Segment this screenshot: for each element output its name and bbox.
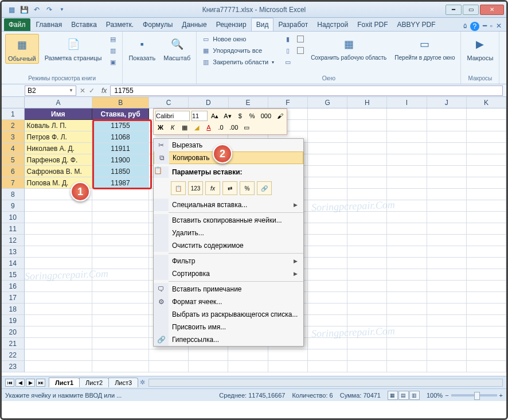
- redo-icon[interactable]: ↷: [44, 5, 54, 15]
- row-header-10[interactable]: 10: [2, 212, 25, 223]
- cell-I20[interactable]: [387, 326, 427, 338]
- cell-J12[interactable]: [427, 235, 467, 246]
- cell-A21[interactable]: [25, 338, 93, 349]
- cell-J11[interactable]: [427, 223, 467, 235]
- column-header-B[interactable]: B: [92, 97, 149, 108]
- cell-J21[interactable]: [427, 338, 467, 349]
- cell-H12[interactable]: [347, 235, 387, 246]
- cell-J6[interactable]: [427, 166, 467, 177]
- cell-J3[interactable]: [427, 131, 467, 143]
- tab-layout[interactable]: Разметк.: [101, 18, 138, 31]
- cell-B19[interactable]: [92, 315, 149, 326]
- cell-I18[interactable]: [387, 304, 427, 315]
- cell-J8[interactable]: [427, 189, 467, 200]
- sheet-tab-1[interactable]: Лист1: [49, 378, 80, 387]
- switch-windows-button[interactable]: ▭Перейти в другое окно: [392, 34, 457, 62]
- paste-all-icon[interactable]: 📋: [171, 181, 186, 195]
- row-header-14[interactable]: 14: [2, 258, 25, 269]
- cell-H15[interactable]: [347, 269, 387, 281]
- cell-K11[interactable]: [467, 223, 506, 235]
- cell-H9[interactable]: [347, 200, 387, 212]
- italic-icon[interactable]: К: [167, 122, 178, 133]
- tab-developer[interactable]: Разработ: [273, 18, 312, 31]
- cell-H16[interactable]: [347, 281, 387, 292]
- page-break-view-icon[interactable]: ▥: [409, 391, 420, 400]
- cell-I23[interactable]: [387, 361, 427, 372]
- cell-B9[interactable]: [92, 200, 149, 212]
- row-header-23[interactable]: 23: [2, 361, 25, 372]
- cell-A11[interactable]: [25, 223, 93, 235]
- cell-K18[interactable]: [467, 304, 506, 315]
- row-header-20[interactable]: 20: [2, 326, 25, 338]
- row-header-22[interactable]: 22: [2, 349, 25, 361]
- cell-B22[interactable]: [92, 349, 149, 361]
- cell-A4[interactable]: Николаев А. Д.: [25, 143, 93, 154]
- window-min-icon[interactable]: ━: [483, 22, 487, 31]
- cell-J9[interactable]: [427, 200, 467, 212]
- row-header-8[interactable]: 8: [2, 189, 25, 200]
- cell-H22[interactable]: [347, 349, 387, 361]
- zoom-slider[interactable]: [451, 394, 497, 396]
- freeze-panes-button[interactable]: ▥Закрепить области▾: [200, 57, 275, 67]
- row-header-17[interactable]: 17: [2, 292, 25, 304]
- cell-B8[interactable]: [92, 189, 149, 200]
- menu-filter[interactable]: Фильтр▶: [154, 255, 303, 267]
- cell-G19[interactable]: [308, 315, 347, 326]
- window-restore-icon[interactable]: ▫: [490, 22, 493, 31]
- cell-A6[interactable]: Сафронова В. М.: [25, 166, 93, 177]
- cell-B7[interactable]: 11987: [92, 177, 149, 189]
- cell-K13[interactable]: [467, 246, 506, 258]
- cell-I15[interactable]: [387, 269, 427, 281]
- tab-foxit[interactable]: Foxit PDF: [353, 18, 392, 31]
- decrease-decimal-icon[interactable]: .0: [216, 122, 226, 133]
- paste-formatting-icon[interactable]: %: [240, 181, 255, 195]
- cell-B2[interactable]: 11755: [92, 120, 149, 131]
- cell-C23[interactable]: [149, 361, 189, 372]
- cell-I1[interactable]: [387, 108, 427, 120]
- cell-I8[interactable]: [387, 189, 427, 200]
- menu-delete[interactable]: Удалить...: [154, 227, 303, 239]
- cell-I3[interactable]: [387, 131, 427, 143]
- cell-J17[interactable]: [427, 292, 467, 304]
- font-select[interactable]: [155, 111, 190, 121]
- minimize-ribbon-icon[interactable]: ۵: [463, 22, 467, 31]
- cell-C22[interactable]: [149, 349, 189, 361]
- tab-insert[interactable]: Вставка: [67, 18, 101, 31]
- cell-H5[interactable]: [347, 154, 387, 166]
- sheet-tab-2[interactable]: Лист2: [79, 378, 109, 387]
- cell-B16[interactable]: [92, 281, 149, 292]
- cell-G5[interactable]: [308, 154, 347, 166]
- bold-icon[interactable]: Ж: [155, 122, 166, 133]
- cell-G1[interactable]: [308, 108, 347, 120]
- row-header-18[interactable]: 18: [2, 304, 25, 315]
- cell-A13[interactable]: [25, 246, 93, 258]
- cell-A1[interactable]: Имя: [25, 108, 93, 120]
- cell-K19[interactable]: [467, 315, 506, 326]
- cell-B20[interactable]: [92, 326, 149, 338]
- cell-I9[interactable]: [387, 200, 427, 212]
- cell-I22[interactable]: [387, 349, 427, 361]
- cell-F22[interactable]: [268, 349, 308, 361]
- cell-B21[interactable]: [92, 338, 149, 349]
- cell-A15[interactable]: [25, 269, 93, 281]
- cell-I12[interactable]: [387, 235, 427, 246]
- cell-A17[interactable]: [25, 292, 93, 304]
- cell-G14[interactable]: [308, 258, 347, 269]
- tab-view[interactable]: Вид: [251, 18, 274, 31]
- cell-J20[interactable]: [427, 326, 467, 338]
- cell-K23[interactable]: [467, 361, 506, 372]
- tab-home[interactable]: Главная: [32, 18, 67, 31]
- row-header-6[interactable]: 6: [2, 166, 25, 177]
- custom-views-button[interactable]: ▥: [107, 45, 119, 56]
- cell-H20[interactable]: [347, 326, 387, 338]
- cell-K14[interactable]: [467, 258, 506, 269]
- cell-H1[interactable]: [347, 108, 387, 120]
- cell-I7[interactable]: [387, 177, 427, 189]
- cell-H21[interactable]: [347, 338, 387, 349]
- cell-B23[interactable]: [92, 361, 149, 372]
- cell-I10[interactable]: [387, 212, 427, 223]
- cell-K16[interactable]: [467, 281, 506, 292]
- tab-file[interactable]: Файл: [4, 18, 30, 31]
- cell-J5[interactable]: [427, 154, 467, 166]
- column-header-K[interactable]: K: [467, 97, 506, 108]
